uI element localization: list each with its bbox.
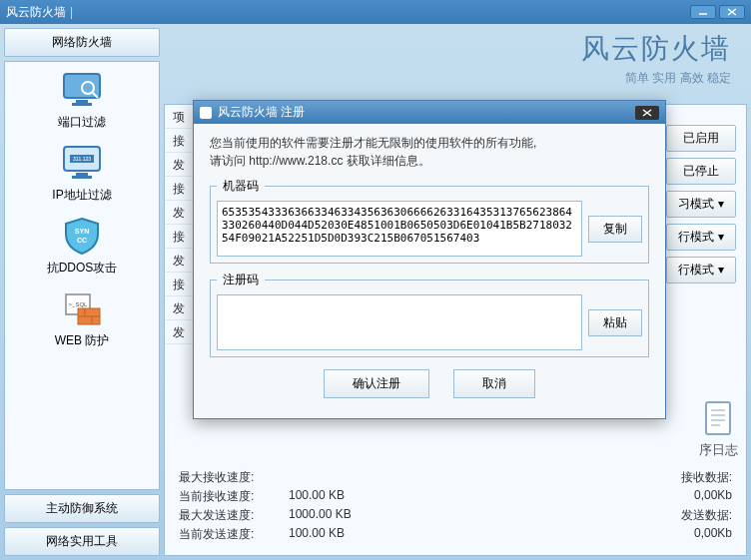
copy-button[interactable]: 复制 [588, 216, 642, 243]
mode-button-1[interactable]: 习模式 ▾ [666, 191, 736, 218]
sidebar-item-port-filter[interactable]: 端口过滤 [9, 70, 155, 131]
document-icon [698, 398, 738, 438]
stat-cur-recv-val: 100.00 KB [289, 488, 388, 505]
sidebar-item-ip-filter[interactable]: 311.123 IP地址过滤 [9, 143, 155, 204]
brand-area: 风云防火墙 简单 实用 高效 稳定 [581, 30, 731, 87]
shield-icon: SYNCC [58, 216, 106, 256]
sidebar-item-label: 端口过滤 [58, 114, 106, 131]
close-button[interactable] [719, 5, 745, 19]
stat-cur-send-label: 当前发送速度: [179, 526, 289, 543]
monitor-ip-icon: 311.123 [58, 143, 106, 183]
send-data-label: 发送数据: [681, 508, 732, 522]
stat-max-send-label: 最大发送速度: [179, 507, 289, 524]
mode-button-3[interactable]: 行模式 ▾ [666, 257, 736, 283]
sidebar-item-label: WEB 防护 [55, 332, 110, 349]
bg-table-column: 项接发接发接发接发发 [165, 105, 193, 344]
mode-button-2[interactable]: 行模式 ▾ [666, 224, 736, 251]
machine-code-field[interactable] [217, 201, 582, 257]
paste-button[interactable]: 粘贴 [588, 309, 642, 336]
register-dialog: 风云防火墙 注册 您当前使用的软件需要注册才能无限制的使用软件的所有功能, 请访… [193, 100, 666, 419]
svg-text:SYN: SYN [75, 228, 89, 235]
titlebar: 风云防火墙 | [0, 0, 751, 24]
machine-code-label: 机器码 [217, 178, 265, 195]
right-button-stack: 已启用 已停止 习模式 ▾ 行模式 ▾ 行模式 ▾ [666, 125, 736, 283]
brand-title: 风云防火墙 [581, 30, 731, 68]
sidebar: 网络防火墙 端口过滤 311.123 IP地址过滤 SYNCC 抗DDOS攻击 … [4, 28, 160, 556]
svg-text:CC: CC [77, 237, 87, 244]
sidebar-item-ddos[interactable]: SYNCC 抗DDOS攻击 [9, 216, 155, 277]
sidebar-item-web-protect[interactable]: >_SQL WEB 防护 [9, 288, 155, 349]
sidebar-active-defense[interactable]: 主动防御系统 [4, 494, 160, 523]
stat-cur-send-val: 100.00 KB [289, 526, 388, 543]
dialog-close-button[interactable] [635, 106, 659, 120]
monitor-search-icon [58, 70, 106, 110]
stat-max-send-val: 1000.00 KB [289, 507, 388, 524]
stat-cur-recv-label: 当前接收速度: [179, 488, 289, 505]
log-box[interactable]: 序日志 [698, 398, 738, 459]
status-area: 最大接收速度: 接收数据: 当前接收速度: 100.00 KB 0,00Kb 最… [165, 457, 746, 555]
dialog-message-2: 请访问 http://www.218.cc 获取详细信息。 [210, 152, 649, 170]
minimize-button[interactable] [690, 5, 716, 19]
sidebar-item-label: IP地址过滤 [52, 187, 111, 204]
svg-rect-5 [72, 103, 92, 106]
brand-subtitle: 简单 实用 高效 稳定 [581, 70, 731, 87]
svg-rect-21 [706, 402, 730, 434]
sidebar-header-network-firewall[interactable]: 网络防火墙 [4, 28, 160, 57]
window-title: 风云防火墙 [6, 4, 66, 21]
svg-rect-11 [76, 173, 88, 176]
confirm-register-button[interactable]: 确认注册 [324, 369, 429, 398]
sidebar-item-label: 抗DDOS攻击 [47, 260, 118, 277]
dialog-message-1: 您当前使用的软件需要注册才能无限制的使用软件的所有功能, [210, 134, 649, 152]
register-code-label: 注册码 [217, 272, 265, 288]
register-code-field[interactable] [217, 294, 582, 350]
sql-wall-icon: >_SQL [58, 288, 106, 328]
sidebar-panel: 端口过滤 311.123 IP地址过滤 SYNCC 抗DDOS攻击 >_SQL … [4, 61, 160, 490]
stat-max-recv-label: 最大接收速度: [179, 469, 289, 486]
register-code-group: 注册码 粘贴 [210, 272, 649, 357]
send-data-val: 0,00Kb [694, 526, 732, 543]
svg-text:>_SQL: >_SQL [69, 301, 89, 307]
dialog-titlebar: 风云防火墙 注册 [194, 101, 665, 124]
svg-text:311.123: 311.123 [73, 156, 91, 162]
machine-code-group: 机器码 复制 [210, 178, 649, 264]
recv-data-val: 0,00Kb [694, 488, 732, 505]
dialog-title: 风云防火墙 注册 [218, 104, 305, 121]
recv-data-label: 接收数据: [681, 470, 732, 484]
status-stopped-button[interactable]: 已停止 [666, 158, 736, 185]
svg-rect-12 [72, 176, 92, 179]
cancel-button[interactable]: 取消 [453, 369, 535, 398]
status-enabled-button[interactable]: 已启用 [666, 125, 736, 152]
sidebar-network-tools[interactable]: 网络实用工具 [4, 527, 160, 556]
svg-rect-4 [76, 100, 88, 103]
